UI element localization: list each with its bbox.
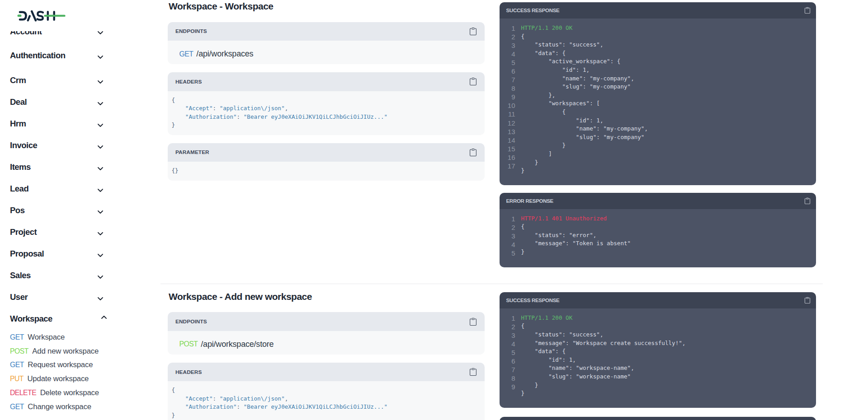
line-number: 1 bbox=[505, 24, 515, 33]
code-line: "status": "success", bbox=[521, 331, 686, 339]
http-method-badge: GET bbox=[10, 402, 24, 411]
sidebar: AccountAuthenticationCrmDealHrmInvoiceIt… bbox=[0, 0, 160, 420]
sidebar-item-workspace[interactable]: Workspace bbox=[10, 314, 103, 323]
code-line: "status": "error", bbox=[521, 231, 631, 240]
copy-button[interactable] bbox=[804, 297, 811, 303]
line-number: 13 bbox=[505, 127, 515, 136]
panel-header-label: SUCCESS RESPONSE bbox=[506, 298, 560, 303]
code-line: "name": "my-company", bbox=[521, 75, 648, 83]
http-method-badge: PUT bbox=[10, 374, 24, 383]
code-block: 12345 HTTP/1.1 401 Unauthorized{ "status… bbox=[500, 209, 816, 267]
code-line: } bbox=[521, 381, 686, 390]
line-number: 1 bbox=[505, 314, 515, 322]
code-line: "name": "workspace-name", bbox=[521, 364, 686, 373]
panel-header: ERROR RESPONSE bbox=[500, 193, 816, 209]
code-line: } bbox=[172, 121, 485, 130]
panel-header-label: SUCCESS RESPONSE bbox=[506, 8, 560, 13]
copy-button[interactable] bbox=[469, 318, 477, 326]
sidebar-item-project[interactable]: Project bbox=[10, 228, 103, 237]
copy-button[interactable] bbox=[469, 28, 477, 35]
code-block: 1234567891011121314151617 HTTP/1.1 200 O… bbox=[500, 19, 816, 185]
copy-button[interactable] bbox=[804, 7, 811, 14]
panel-success-response: SUCCESS RESPONSE 12345678910111213141516… bbox=[500, 2, 816, 185]
sidebar-item-sales[interactable]: Sales bbox=[10, 271, 103, 280]
dash-logo bbox=[17, 10, 66, 22]
sidebar-subitem-label: Update workspace bbox=[27, 374, 89, 383]
clipboard-icon bbox=[469, 318, 477, 326]
http-method-badge: GET bbox=[179, 50, 193, 58]
line-number: 6 bbox=[505, 357, 515, 365]
panel-success-response: SUCCESS RESPONSE 123456789 HTTP/1.1 200 … bbox=[500, 292, 816, 408]
code-line: ] bbox=[521, 150, 648, 159]
sidebar-subitem-add-new-workspace[interactable]: POSTAdd new workspace bbox=[10, 347, 99, 356]
sidebar-item-invoice[interactable]: Invoice bbox=[10, 141, 103, 150]
sidebar-subitem-workspace[interactable]: GETWorkspace bbox=[10, 333, 65, 342]
chevron-down-icon bbox=[98, 145, 103, 149]
card-header-label: ENDPOINTS bbox=[175, 28, 207, 34]
line-number: 3 bbox=[505, 331, 515, 340]
code-block: 123456789 HTTP/1.1 200 OK{ "status": "su… bbox=[500, 308, 816, 408]
copy-button[interactable] bbox=[469, 78, 477, 85]
chevron-down-icon bbox=[98, 275, 103, 279]
chevron-down-icon bbox=[98, 254, 103, 257]
line-number: 8 bbox=[505, 374, 515, 383]
endpoint-path: /api/workspace/store bbox=[201, 340, 274, 349]
sidebar-subitem-update-workspace[interactable]: PUTUpdate workspace bbox=[10, 374, 89, 383]
logo[interactable] bbox=[17, 10, 66, 22]
endpoint-path: /api/workspaces bbox=[196, 49, 253, 59]
sidebar-item-pos[interactable]: Pos bbox=[10, 206, 103, 215]
code-line: "id": 1, bbox=[521, 356, 686, 364]
card-header: HEADERS bbox=[168, 72, 485, 91]
sidebar-item-user[interactable]: User bbox=[10, 293, 103, 302]
sidebar-item-proposal[interactable]: Proposal bbox=[10, 249, 103, 258]
code-line: "slug": "my-company" bbox=[521, 83, 648, 91]
card-endpoints: ENDPOINTS GET /api/workspaces bbox=[168, 22, 485, 65]
sidebar-subitem-delete-workspace[interactable]: DELETEDelete workspace bbox=[10, 388, 99, 397]
clipboard-icon bbox=[804, 198, 811, 204]
clipboard-icon bbox=[469, 28, 477, 35]
line-number: 7 bbox=[505, 365, 515, 374]
sidebar-item-crm[interactable]: Crm bbox=[10, 76, 103, 85]
card-header-label: HEADERS bbox=[175, 79, 202, 85]
chevron-down-icon bbox=[98, 102, 103, 105]
page-title: Workspace - Workspace bbox=[169, 0, 274, 12]
line-number: 2 bbox=[505, 33, 515, 41]
chevron-up-icon bbox=[101, 316, 107, 319]
sidebar-item-account[interactable]: Account bbox=[10, 31, 103, 36]
sidebar-item-label: Authentication bbox=[10, 51, 66, 60]
sidebar-item-hrm[interactable]: Hrm bbox=[10, 119, 103, 128]
section-divider bbox=[160, 284, 823, 284]
sidebar-item-label: Account bbox=[10, 31, 42, 36]
panel-error-response: ERROR RESPONSE 12345 HTTP/1.1 401 Unauth… bbox=[500, 193, 816, 267]
clipboard-icon bbox=[469, 368, 477, 376]
copy-button[interactable] bbox=[469, 149, 477, 156]
sidebar-subitem-request-workspace[interactable]: GETRequest workspace bbox=[10, 360, 93, 369]
code-line: "name": "my-company", bbox=[521, 125, 648, 133]
sidebar-item-label: Project bbox=[10, 228, 37, 237]
sidebar-item-deal[interactable]: Deal bbox=[10, 98, 103, 107]
sidebar-item-items[interactable]: Items bbox=[10, 163, 103, 172]
code-line: "data": { bbox=[521, 347, 686, 356]
panel-header: SUCCESS RESPONSE bbox=[500, 2, 816, 19]
code-line: { bbox=[521, 223, 631, 231]
code-line: "status": "success", bbox=[521, 41, 648, 49]
copy-button[interactable] bbox=[469, 368, 477, 376]
line-numbers: 123456789 bbox=[505, 314, 515, 391]
code-line: "slug": "workspace-name" bbox=[521, 373, 686, 381]
code-lines: HTTP/1.1 200 OK{ "status": "success", "d… bbox=[521, 24, 648, 175]
code-line: HTTP/1.1 200 OK bbox=[521, 314, 686, 322]
clipboard-icon bbox=[804, 297, 811, 303]
sidebar-item-label: Pos bbox=[10, 206, 24, 215]
sidebar-item-label: Items bbox=[10, 163, 31, 172]
sidebar-item-lead[interactable]: Lead bbox=[10, 184, 103, 193]
line-number: 11 bbox=[505, 110, 515, 118]
sidebar-item-label: Proposal bbox=[10, 249, 44, 258]
sidebar-subitem-change-workspace[interactable]: GETChange workspace bbox=[10, 402, 91, 411]
endpoint-row: POST /api/workspace/store bbox=[168, 331, 485, 355]
code-block: { "Accept": "application\/json", "Author… bbox=[168, 91, 485, 135]
line-number: 2 bbox=[505, 322, 515, 331]
line-number: 3 bbox=[505, 41, 515, 50]
copy-button[interactable] bbox=[804, 198, 811, 204]
sidebar-item-authentication[interactable]: Authentication bbox=[10, 51, 103, 60]
sidebar-subitem-label: Request workspace bbox=[28, 360, 93, 369]
